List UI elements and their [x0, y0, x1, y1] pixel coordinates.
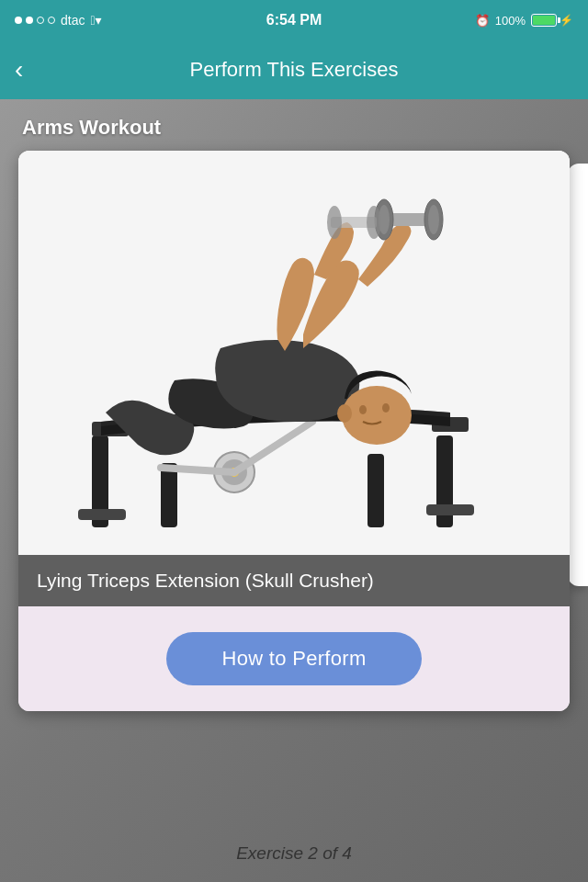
exercise-card: Lying Triceps Extension (Skull Crusher) … — [18, 151, 570, 711]
svg-line-10 — [161, 468, 234, 472]
svg-rect-25 — [426, 504, 474, 515]
carrier-label: dtac — [61, 13, 85, 28]
svg-point-18 — [337, 404, 352, 423]
svg-point-17 — [342, 386, 412, 445]
exercise-title: Lying Triceps Extension (Skull Crusher) — [18, 555, 570, 606]
dot-4 — [48, 17, 55, 24]
svg-rect-24 — [78, 509, 126, 520]
battery-percent: 100% — [495, 14, 526, 28]
svg-point-19 — [359, 405, 367, 414]
dot-1 — [15, 17, 22, 24]
exercise-svg — [18, 151, 570, 555]
main-content: Arms Workout — [0, 99, 588, 882]
battery-indicator: ⚡ — [531, 14, 573, 27]
exercise-image — [18, 151, 570, 555]
svg-point-22 — [327, 206, 342, 239]
charging-icon: ⚡ — [560, 14, 573, 27]
nav-title: Perform This Exercises — [190, 58, 399, 82]
exercise-counter: Exercise 2 of 4 — [236, 843, 352, 863]
how-to-perform-button[interactable]: How to Perform — [166, 632, 421, 685]
svg-rect-3 — [368, 454, 384, 527]
section-heading: Arms Workout — [0, 99, 588, 151]
status-bar: dtac ▾ 6:54 PM ⏰ 100% ⚡ — [0, 0, 588, 40]
nav-bar: ‹ Perform This Exercises — [0, 40, 588, 99]
battery-fill — [533, 16, 555, 25]
battery-shell — [531, 14, 557, 27]
signal-dots — [15, 17, 55, 24]
back-button[interactable]: ‹ — [15, 57, 23, 83]
next-card-peek — [568, 164, 588, 586]
wifi-icon: ▾ — [90, 13, 101, 28]
svg-rect-2 — [161, 463, 177, 527]
svg-point-20 — [382, 403, 390, 413]
alarm-icon: ⏰ — [475, 14, 490, 28]
status-left: dtac ▾ — [15, 13, 102, 28]
svg-point-16 — [428, 205, 439, 234]
footer: Exercise 2 of 4 — [0, 843, 588, 864]
svg-point-23 — [367, 206, 381, 239]
status-time: 6:54 PM — [266, 12, 322, 28]
status-right: ⏰ 100% ⚡ — [475, 14, 573, 28]
card-action-area: How to Perform — [18, 606, 570, 711]
dot-3 — [37, 17, 44, 24]
dot-2 — [26, 17, 33, 24]
